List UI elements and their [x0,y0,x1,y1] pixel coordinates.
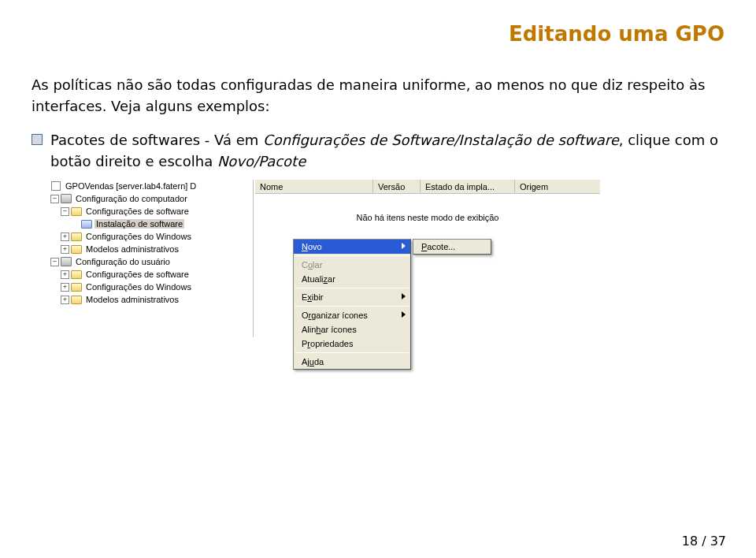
column-estado[interactable]: Estado da impla... [421,180,515,193]
menu-ajuda[interactable]: Ajuda [294,355,410,369]
tree-computer-config[interactable]: − Configuração do computador [49,192,253,205]
expand-icon[interactable]: + [61,283,69,292]
submenu-arrow-icon [402,243,406,249]
bullet-square-icon [32,134,43,145]
menu-novo[interactable]: Novo [294,240,410,254]
tree-install-software[interactable]: Instalação de software [49,218,253,230]
tree-user-windows[interactable]: + Configurações do Windows [49,281,253,293]
submenu-novo: Pacote... [413,239,491,255]
menu-exibir[interactable]: Exibir [294,290,410,304]
bullet-text: Pacotes de softwares - Vá em Configuraçõ… [50,129,724,172]
menu-separator [295,352,409,353]
computer-icon [61,194,72,203]
user-icon [61,257,72,266]
embedded-screenshot: GPOVendas [server.lab4.fatern] D − Confi… [49,180,600,408]
folder-icon [71,207,82,216]
menu-alinhar[interactable]: Alinhar ícones [294,322,410,337]
policy-icon [51,181,61,191]
intro-text: As políticas não são todas configuradas … [32,74,724,117]
menu-organizar[interactable]: Organizar ícones [294,308,410,322]
tree-pane: GPOVendas [server.lab4.fatern] D − Confi… [49,180,254,337]
tree-user-config[interactable]: − Configuração do usuário [49,255,253,268]
tree-user-software[interactable]: + Configurações de software [49,268,253,281]
submenu-pacote[interactable]: Pacote... [413,240,491,254]
expand-icon[interactable]: + [61,296,69,304]
menu-separator [295,288,409,288]
menu-colar[interactable]: Colar [294,258,410,272]
menu-separator [295,255,409,256]
folder-icon [71,296,82,304]
bullet-item: Pacotes de softwares - Vá em Configuraçõ… [32,129,724,172]
expand-icon[interactable]: + [61,232,69,241]
package-icon [81,220,92,229]
context-menu: Novo Colar Atualizar Exibir Organizar í [293,239,411,370]
tree-root[interactable]: GPOVendas [server.lab4.fatern] D [49,180,253,192]
folder-icon [71,270,82,279]
list-header: Nome Versão Estado da impla... Origem [255,180,600,194]
page-number: 18 / 37 [682,534,726,549]
submenu-arrow-icon [402,311,406,318]
collapse-icon[interactable]: − [50,258,59,266]
submenu-arrow-icon [402,293,406,299]
collapse-icon[interactable]: − [50,195,59,203]
expand-icon[interactable]: + [61,245,69,254]
empty-list-message: Não há itens neste modo de exibição [255,213,600,222]
expand-icon[interactable]: + [61,270,69,279]
tree-user-admin[interactable]: + Modelos administrativos [49,293,253,306]
column-nome[interactable]: Nome [255,180,373,193]
menu-atualizar[interactable]: Atualizar [294,272,410,286]
column-origem[interactable]: Origem [515,180,600,193]
menu-separator [295,306,409,307]
tree-comp-windows[interactable]: + Configurações do Windows [49,230,253,243]
page-title: Editando uma GPO [32,22,724,46]
menu-propriedades[interactable]: Propriedades [294,337,410,351]
collapse-icon[interactable]: − [61,207,69,216]
tree-comp-software[interactable]: − Configurações de software [49,205,253,218]
tree-comp-admin[interactable]: + Modelos administrativos [49,243,253,255]
folder-icon [71,245,82,254]
column-versao[interactable]: Versão [373,180,421,193]
folder-icon [71,232,82,241]
folder-icon [71,283,82,292]
